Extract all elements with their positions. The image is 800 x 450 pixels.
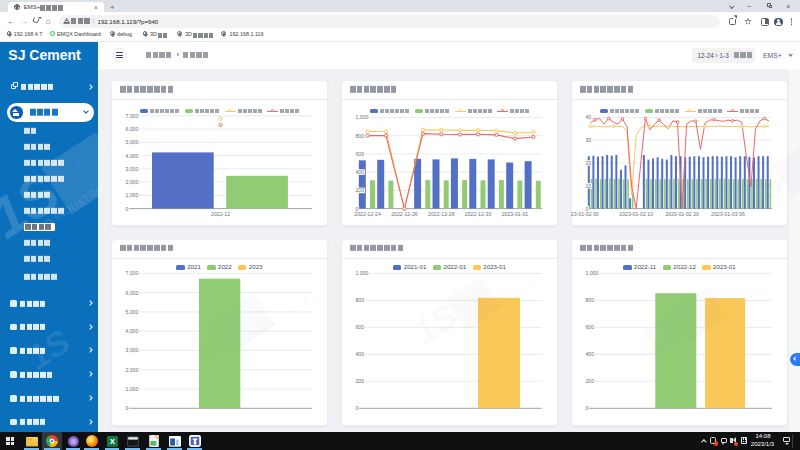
svg-text:5,000: 5,000 (125, 309, 138, 315)
svg-text:800: 800 (585, 297, 594, 303)
svg-text:600: 600 (585, 324, 594, 330)
svg-text:5,000: 5,000 (125, 139, 138, 145)
svg-text:2023-01-02 10: 2023-01-02 10 (619, 211, 653, 217)
svg-text:2022-12-30: 2022-12-30 (465, 211, 492, 217)
svg-text:3,000: 3,000 (125, 166, 138, 172)
svg-text:0: 0 (125, 206, 128, 212)
svg-text:2022-12-28: 2022-12-28 (428, 211, 455, 217)
svg-text:20: 20 (585, 160, 591, 166)
svg-text:023-01-02 00: 023-01-02 00 (571, 211, 599, 217)
svg-text:1,000: 1,000 (125, 192, 138, 198)
svg-text:200: 200 (355, 187, 364, 193)
svg-text:800: 800 (355, 297, 364, 303)
svg-text:0: 0 (125, 405, 128, 411)
svg-text:0: 0 (585, 405, 588, 411)
svg-text:30: 30 (585, 137, 591, 143)
svg-text:400: 400 (355, 351, 364, 357)
svg-text:1,000: 1,000 (585, 270, 598, 276)
svg-text:2,000: 2,000 (125, 366, 138, 372)
svg-text:200: 200 (355, 378, 364, 384)
svg-text:2022-12: 2022-12 (211, 211, 230, 217)
svg-text:6,000: 6,000 (125, 289, 138, 295)
svg-text:400: 400 (585, 351, 594, 357)
svg-text:7,000: 7,000 (125, 270, 138, 276)
svg-text:3,000: 3,000 (125, 347, 138, 353)
svg-text:200: 200 (585, 378, 594, 384)
svg-text:2,000: 2,000 (125, 179, 138, 185)
svg-text:2023-01-03 06: 2023-01-03 06 (711, 211, 745, 217)
svg-text:1,000: 1,000 (355, 270, 368, 276)
svg-text:1,000: 1,000 (355, 114, 368, 120)
svg-text:2022-12-24: 2022-12-24 (354, 211, 381, 217)
svg-text:0: 0 (355, 405, 358, 411)
svg-text:600: 600 (355, 324, 364, 330)
svg-text:2022-12-26: 2022-12-26 (391, 211, 418, 217)
svg-text:400: 400 (355, 169, 364, 175)
svg-text:40: 40 (585, 114, 591, 120)
svg-text:600: 600 (355, 151, 364, 157)
svg-text:7,000: 7,000 (125, 113, 138, 119)
svg-text:2023-01-01: 2023-01-01 (502, 211, 529, 217)
svg-text:10: 10 (585, 183, 591, 189)
svg-text:2023-01-02 20: 2023-01-02 20 (665, 211, 699, 217)
svg-text:1,000: 1,000 (125, 386, 138, 392)
svg-text:800: 800 (355, 133, 364, 139)
svg-text:6,000: 6,000 (125, 126, 138, 132)
svg-text:4,000: 4,000 (125, 328, 138, 334)
svg-text:4,000: 4,000 (125, 153, 138, 159)
